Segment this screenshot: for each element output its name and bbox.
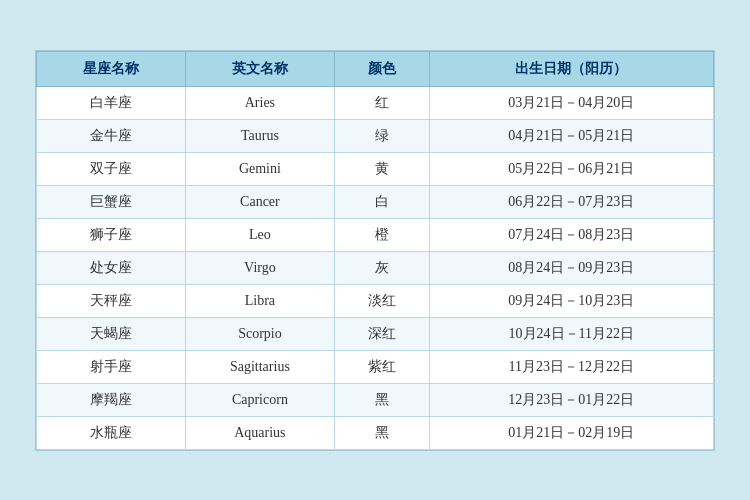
zodiac-table-container: 星座名称 英文名称 颜色 出生日期（阳历） 白羊座Aries红03月21日－04… [35,50,715,451]
cell-chinese: 处女座 [37,251,186,284]
cell-color: 红 [334,86,429,119]
cell-english: Virgo [185,251,334,284]
cell-chinese: 天蝎座 [37,317,186,350]
cell-english: Aquarius [185,416,334,449]
cell-chinese: 双子座 [37,152,186,185]
table-row: 巨蟹座Cancer白06月22日－07月23日 [37,185,714,218]
cell-chinese: 金牛座 [37,119,186,152]
cell-color: 黑 [334,416,429,449]
cell-color: 白 [334,185,429,218]
header-date: 出生日期（阳历） [429,51,713,86]
table-row: 双子座Gemini黄05月22日－06月21日 [37,152,714,185]
cell-chinese: 射手座 [37,350,186,383]
cell-english: Libra [185,284,334,317]
cell-dates: 06月22日－07月23日 [429,185,713,218]
cell-english: Capricorn [185,383,334,416]
cell-dates: 09月24日－10月23日 [429,284,713,317]
cell-chinese: 巨蟹座 [37,185,186,218]
table-row: 金牛座Taurus绿04月21日－05月21日 [37,119,714,152]
cell-english: Scorpio [185,317,334,350]
cell-english: Gemini [185,152,334,185]
cell-english: Leo [185,218,334,251]
table-row: 白羊座Aries红03月21日－04月20日 [37,86,714,119]
cell-english: Taurus [185,119,334,152]
table-header-row: 星座名称 英文名称 颜色 出生日期（阳历） [37,51,714,86]
cell-dates: 07月24日－08月23日 [429,218,713,251]
cell-dates: 01月21日－02月19日 [429,416,713,449]
cell-color: 深红 [334,317,429,350]
cell-english: Cancer [185,185,334,218]
cell-dates: 03月21日－04月20日 [429,86,713,119]
cell-color: 淡红 [334,284,429,317]
cell-color: 黑 [334,383,429,416]
cell-english: Sagittarius [185,350,334,383]
cell-color: 紫红 [334,350,429,383]
cell-dates: 10月24日－11月22日 [429,317,713,350]
cell-chinese: 狮子座 [37,218,186,251]
cell-color: 黄 [334,152,429,185]
zodiac-table: 星座名称 英文名称 颜色 出生日期（阳历） 白羊座Aries红03月21日－04… [36,51,714,450]
table-body: 白羊座Aries红03月21日－04月20日金牛座Taurus绿04月21日－0… [37,86,714,449]
cell-dates: 12月23日－01月22日 [429,383,713,416]
cell-dates: 04月21日－05月21日 [429,119,713,152]
cell-dates: 05月22日－06月21日 [429,152,713,185]
header-color: 颜色 [334,51,429,86]
table-row: 狮子座Leo橙07月24日－08月23日 [37,218,714,251]
table-row: 射手座Sagittarius紫红11月23日－12月22日 [37,350,714,383]
cell-english: Aries [185,86,334,119]
table-row: 处女座Virgo灰08月24日－09月23日 [37,251,714,284]
cell-chinese: 天秤座 [37,284,186,317]
cell-chinese: 摩羯座 [37,383,186,416]
cell-color: 灰 [334,251,429,284]
table-row: 天蝎座Scorpio深红10月24日－11月22日 [37,317,714,350]
table-row: 天秤座Libra淡红09月24日－10月23日 [37,284,714,317]
cell-color: 绿 [334,119,429,152]
table-row: 摩羯座Capricorn黑12月23日－01月22日 [37,383,714,416]
cell-dates: 11月23日－12月22日 [429,350,713,383]
cell-color: 橙 [334,218,429,251]
cell-dates: 08月24日－09月23日 [429,251,713,284]
cell-chinese: 水瓶座 [37,416,186,449]
header-chinese: 星座名称 [37,51,186,86]
header-english: 英文名称 [185,51,334,86]
table-row: 水瓶座Aquarius黑01月21日－02月19日 [37,416,714,449]
cell-chinese: 白羊座 [37,86,186,119]
